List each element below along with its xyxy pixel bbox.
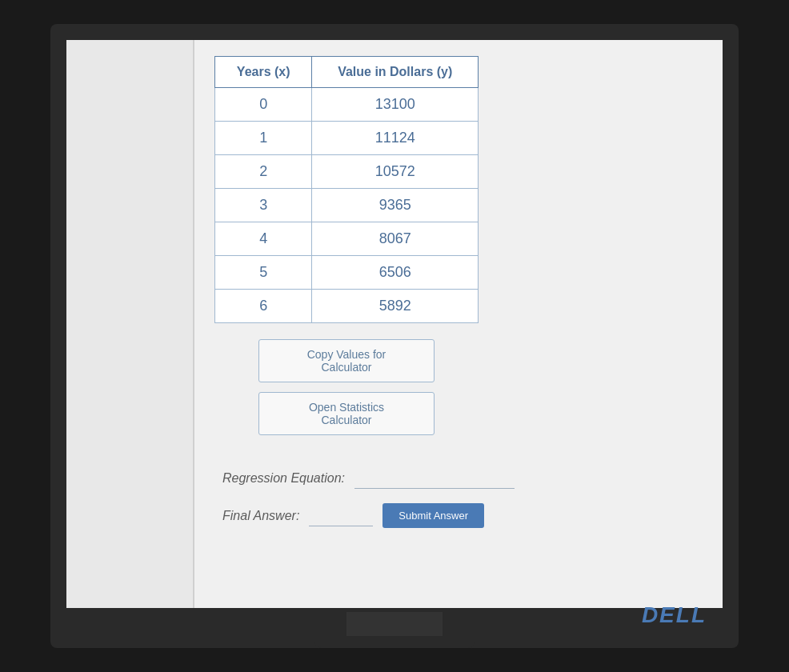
copy-values-button[interactable]: Copy Values for Calculator (258, 339, 435, 382)
final-answer-input[interactable] (309, 505, 373, 526)
content-area: Years (x) Value in Dollars (y) 013100111… (198, 48, 715, 600)
cell-y-5: 6506 (312, 256, 479, 290)
cell-x-6: 6 (215, 290, 312, 323)
monitor-stand (346, 612, 443, 636)
submit-answer-button[interactable]: Submit Answer (382, 503, 484, 528)
table-row: 111124 (215, 122, 479, 155)
cell-y-6: 5892 (312, 290, 479, 323)
table-row: 48067 (215, 222, 479, 256)
cell-y-0: 13100 (312, 88, 479, 122)
cell-y-4: 8067 (312, 222, 479, 256)
table-row: 013100 (215, 88, 479, 122)
cell-x-3: 3 (215, 189, 312, 222)
table-row: 65892 (215, 290, 479, 323)
regression-input[interactable] (354, 467, 515, 489)
final-answer-row: Final Answer: Submit Answer (222, 503, 515, 528)
buttons-section: Copy Values for Calculator Open Statisti… (214, 339, 479, 435)
cell-y-3: 9365 (312, 189, 479, 222)
monitor-base (314, 636, 475, 648)
regression-label: Regression Equation: (222, 471, 345, 486)
cell-x-4: 4 (215, 222, 312, 256)
table-row: 39365 (215, 189, 479, 222)
cell-x-1: 1 (215, 122, 312, 155)
col2-header: Value in Dollars (y) (312, 57, 479, 88)
dell-logo: DELL (642, 602, 707, 628)
data-table: Years (x) Value in Dollars (y) 013100111… (214, 56, 479, 323)
cell-y-2: 10572 (312, 155, 479, 189)
cell-y-1: 11124 (312, 122, 479, 155)
cell-x-0: 0 (215, 88, 312, 122)
table-row: 56506 (215, 256, 479, 290)
cell-x-5: 5 (215, 256, 312, 290)
table-row: 210572 (215, 155, 479, 189)
open-statistics-button[interactable]: Open Statistics Calculator (258, 392, 435, 435)
final-answer-label: Final Answer: (222, 509, 299, 523)
regression-row: Regression Equation: (222, 467, 515, 489)
cell-x-2: 2 (215, 155, 312, 189)
monitor-frame: Years (x) Value in Dollars (y) 013100111… (50, 24, 739, 648)
form-section: Regression Equation: Final Answer: Submi… (214, 467, 515, 528)
col1-header: Years (x) (215, 57, 312, 88)
left-sidebar (66, 40, 194, 608)
screen: Years (x) Value in Dollars (y) 013100111… (66, 40, 723, 608)
